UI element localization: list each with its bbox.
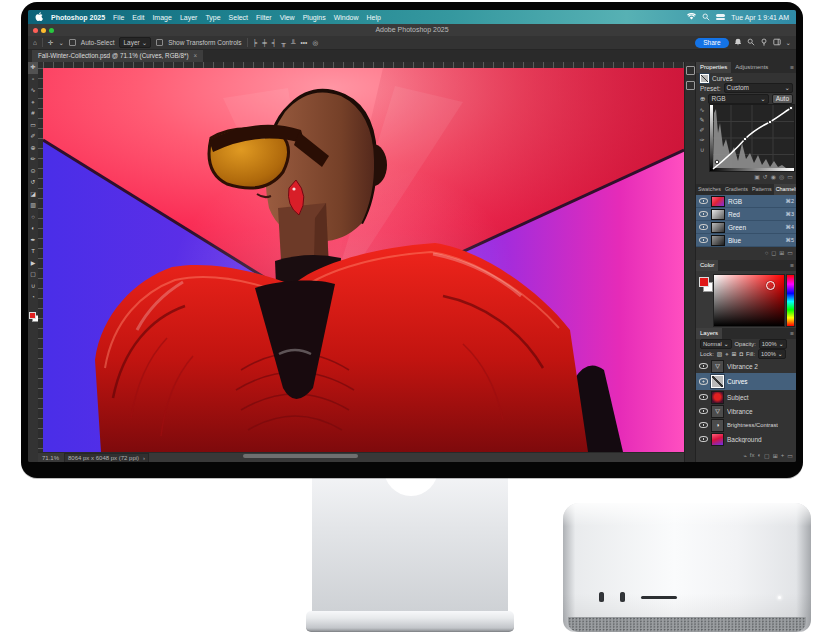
snap-icon[interactable]: ◎ — [312, 39, 318, 47]
tool-pen[interactable]: ✒ — [28, 235, 38, 247]
black-point-eyedropper-icon[interactable]: ✎ — [699, 116, 704, 123]
tool-move[interactable]: ✛ — [28, 62, 38, 74]
tool-crop[interactable]: # — [28, 108, 38, 120]
menu-item-type[interactable]: Type — [205, 14, 220, 21]
align-center-icon[interactable]: ╪ — [262, 39, 267, 46]
menu-item-help[interactable]: Help — [367, 14, 381, 21]
align-left-icon[interactable]: ╞ — [253, 39, 258, 46]
delete-layer-icon[interactable]: ▭ — [787, 452, 793, 459]
channel-row-green[interactable]: Green ⌘4 — [696, 221, 796, 234]
tool-blur[interactable]: ○ — [28, 212, 38, 224]
search-icon[interactable] — [702, 13, 710, 22]
align-bottom-icon[interactable]: ╨ — [291, 39, 296, 46]
menu-item-layer[interactable]: Layer — [180, 14, 198, 21]
tool-history-brush[interactable]: ↺ — [28, 177, 38, 189]
menu-item-filter[interactable]: Filter — [256, 14, 272, 21]
new-channel-icon[interactable]: ⊞ — [779, 249, 784, 256]
tab-adjustments[interactable]: Adjustments — [731, 62, 772, 73]
chevron-down-icon[interactable]: ⌄ — [786, 39, 791, 47]
panel-menu-icon[interactable]: ≡ — [787, 260, 796, 271]
tool-object-selection[interactable]: ⌖ — [28, 97, 38, 109]
opacity-dropdown[interactable]: 100%⌄ — [759, 339, 787, 349]
tab-patterns[interactable]: Patterns — [750, 184, 774, 195]
menu-item-plugins[interactable]: Plugins — [303, 14, 326, 21]
wifi-icon[interactable] — [687, 13, 696, 21]
tool-marquee[interactable]: ▫ — [28, 74, 38, 86]
reset-icon[interactable]: ↺ — [763, 173, 768, 180]
share-button[interactable]: Share — [695, 38, 728, 48]
tab-channels[interactable]: Channels — [774, 184, 796, 195]
libraries-panel-icon[interactable] — [686, 81, 695, 90]
lock-all-icon[interactable]: ◘ — [739, 351, 743, 357]
tool-hand[interactable]: ∪ — [28, 281, 38, 293]
visibility-eye-icon[interactable] — [699, 363, 708, 370]
tool-lasso[interactable]: ∿ — [28, 85, 38, 97]
panel-menu-icon[interactable]: ≡ — [787, 328, 796, 339]
tool-dodge[interactable]: ◐ — [28, 223, 38, 235]
tool-healing[interactable]: ⊕ — [28, 143, 38, 155]
tool-shape[interactable]: ▢ — [28, 269, 38, 281]
control-center-icon[interactable] — [716, 14, 725, 20]
smooth-icon[interactable]: ∪ — [700, 146, 704, 153]
layer-row-brightness[interactable]: ◑ Brightness/Contrast — [696, 418, 796, 432]
visibility-eye-icon[interactable] — [699, 237, 708, 244]
saturation-brightness-field[interactable] — [713, 274, 785, 327]
document-info[interactable]: 8064 px x 6048 px (72 ppi) › — [64, 453, 149, 463]
channel-row-red[interactable]: Red ⌘3 — [696, 208, 796, 221]
align-top-icon[interactable]: ╥ — [281, 39, 286, 46]
lock-artboard-icon[interactable]: ⊞ — [732, 351, 737, 357]
discover-lightbulb-icon[interactable] — [760, 38, 768, 47]
tool-brush[interactable]: ✏ — [28, 154, 38, 166]
tool-type[interactable]: T — [28, 246, 38, 258]
layer-row-vibrance[interactable]: ▽ Vibrance — [696, 404, 796, 418]
tool-eraser[interactable]: ◪ — [28, 189, 38, 201]
hue-slider[interactable] — [786, 274, 795, 327]
save-selection-icon[interactable]: ◻ — [771, 249, 776, 256]
auto-select-mode-dropdown[interactable]: Layer⌄ — [119, 37, 151, 48]
foreground-background-swatches[interactable] — [29, 312, 38, 321]
menu-clock[interactable]: Tue Apr 1 9:41 AM — [731, 14, 789, 21]
visibility-eye-icon[interactable] — [699, 408, 708, 415]
foreground-color-swatch[interactable] — [699, 277, 709, 287]
close-tab-icon[interactable]: × — [194, 50, 198, 62]
visibility-eye-icon[interactable] — [699, 198, 708, 205]
tab-properties[interactable]: Properties — [696, 62, 731, 73]
channel-dropdown[interactable]: RGB⌄ — [708, 94, 768, 104]
tool-zoom[interactable]: ◔ — [28, 292, 38, 304]
zoom-level[interactable]: 71.1% — [42, 455, 59, 461]
horizontal-scrollbar[interactable] — [243, 454, 358, 458]
layer-row-background[interactable]: Background — [696, 432, 796, 446]
fill-dropdown[interactable]: 100%⌄ — [758, 349, 786, 359]
curves-histogram[interactable] — [709, 104, 795, 172]
visibility-eye-icon[interactable] — [699, 378, 708, 385]
menu-item-edit[interactable]: Edit — [132, 14, 144, 21]
curve-draw-icon[interactable]: ∿ — [699, 106, 704, 113]
status-arrow-icon[interactable]: › — [143, 455, 145, 461]
tool-frame[interactable]: ▭ — [28, 120, 38, 132]
tab-swatches[interactable]: Swatches — [696, 184, 723, 195]
link-layers-icon[interactable]: ⌁ — [743, 452, 747, 459]
adjustment-layer-icon[interactable]: ◐ — [757, 452, 761, 458]
menu-item-select[interactable]: Select — [229, 14, 248, 21]
auto-button[interactable]: Auto — [772, 94, 793, 104]
clip-icon[interactable]: ▣ — [754, 173, 760, 180]
tool-eyedropper[interactable]: ✐ — [28, 131, 38, 143]
more-options-icon[interactable]: ••• — [301, 39, 308, 46]
color-picker-ring[interactable] — [766, 281, 775, 290]
new-group-icon[interactable]: ⊞ — [773, 452, 778, 459]
home-icon[interactable]: ⌂ — [33, 39, 37, 46]
chevron-down-icon[interactable]: ⌄ — [58, 39, 63, 47]
preset-dropdown[interactable]: Custom⌄ — [724, 83, 793, 93]
document-tab[interactable]: Fall-Winter-Collection.psd @ 71.1% (Curv… — [32, 50, 203, 62]
visibility-eye-icon[interactable] — [699, 211, 708, 218]
tool-clone-stamp[interactable]: ⊙ — [28, 166, 38, 178]
white-point-eyedropper-icon[interactable]: ✑ — [699, 136, 704, 143]
load-selection-icon[interactable]: ○ — [765, 250, 769, 256]
delete-channel-icon[interactable]: ▭ — [787, 249, 793, 256]
tab-layers[interactable]: Layers — [696, 328, 722, 339]
canvas[interactable] — [43, 68, 684, 452]
tool-gradient[interactable]: ▥ — [28, 200, 38, 212]
channel-row-rgb[interactable]: RGB ⌘2 — [696, 195, 796, 208]
channel-row-blue[interactable]: Blue ⌘5 — [696, 234, 796, 247]
menu-item-view[interactable]: View — [280, 14, 295, 21]
